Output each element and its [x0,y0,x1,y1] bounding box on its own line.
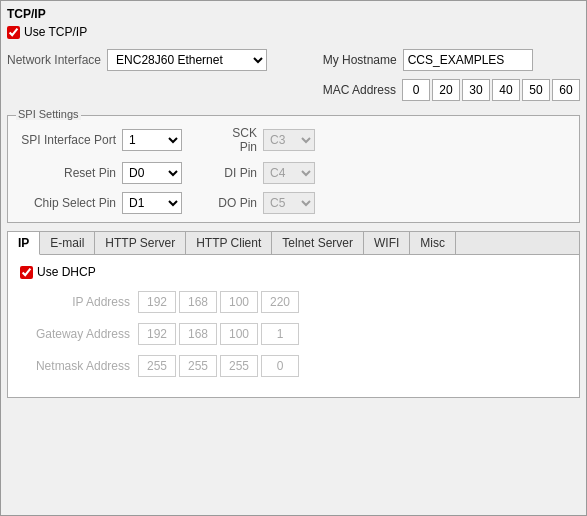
use-dhcp-checkbox[interactable] [20,266,33,279]
network-interface-row: Network Interface ENC28J60 Ethernet [7,49,267,71]
network-interface-select[interactable]: ENC28J60 Ethernet [107,49,267,71]
chip-select-pin-select[interactable]: D0D1D2 [122,192,182,214]
outer-panel: TCP/IP Use TCP/IP Network Interface ENC2… [0,0,587,516]
spi-legend: SPI Settings [16,108,81,120]
do-pin-select[interactable]: C5 [263,192,315,214]
tab-http-server[interactable]: HTTP Server [95,232,186,254]
gateway-cell-0[interactable] [138,323,176,345]
chip-select-pin-row: Chip Select Pin D0D1D2 DO Pin C5 [16,192,315,214]
tabs-panel: IP E-mail HTTP Server HTTP Client Telnet… [7,231,580,398]
netmask-cell-3[interactable] [261,355,299,377]
gateway-cell-1[interactable] [179,323,217,345]
netmask-address-label: Netmask Address [20,359,130,373]
tabs-bar: IP E-mail HTTP Server HTTP Client Telnet… [8,232,579,255]
mac-cell-4[interactable] [522,79,550,101]
ip-cell-3[interactable] [261,291,299,313]
gateway-address-label: Gateway Address [20,327,130,341]
use-dhcp-label: Use DHCP [37,265,96,279]
spi-settings-group: SPI Settings SPI Interface Port 12 SCK P… [7,115,580,223]
hostname-input[interactable] [403,49,533,71]
ip-address-label: IP Address [20,295,130,309]
mac-cell-3[interactable] [492,79,520,101]
hostname-mac-group: My Hostname MAC Address [323,49,580,109]
di-pin-select[interactable]: C4 [263,162,315,184]
reset-pin-row: Reset Pin D0D1D2 DI Pin C4 [16,162,315,184]
tab-http-client[interactable]: HTTP Client [186,232,272,254]
ip-cell-2[interactable] [220,291,258,313]
ip-cell-1[interactable] [179,291,217,313]
reset-pin-label: Reset Pin [16,166,116,180]
use-dhcp-row: Use DHCP [20,265,567,279]
network-interface-label: Network Interface [7,53,101,67]
spi-interface-port-label: SPI Interface Port [16,133,116,147]
tab-content-ip: Use DHCP IP Address Gateway Address Netm… [8,255,579,397]
hostname-label: My Hostname [323,53,397,67]
do-pin-label: DO Pin [212,196,257,210]
mac-cell-0[interactable] [402,79,430,101]
ip-address-row: IP Address [20,291,567,313]
tab-email[interactable]: E-mail [40,232,95,254]
ip-cell-0[interactable] [138,291,176,313]
di-pin-label: DI Pin [212,166,257,180]
netmask-cell-2[interactable] [220,355,258,377]
spi-interface-port-select[interactable]: 12 [122,129,182,151]
gateway-address-row: Gateway Address [20,323,567,345]
chip-select-pin-label: Chip Select Pin [16,196,116,210]
netmask-cell-1[interactable] [179,355,217,377]
use-tcpip-row: Use TCP/IP [7,25,580,39]
mac-row: MAC Address [323,79,580,101]
reset-pin-select[interactable]: D0D1D2 [122,162,182,184]
mac-cell-5[interactable] [552,79,580,101]
tab-telnet-server[interactable]: Telnet Server [272,232,364,254]
use-tcpip-checkbox[interactable] [7,26,20,39]
sck-pin-label: SCK Pin [212,126,257,154]
mac-cell-1[interactable] [432,79,460,101]
gateway-cell-2[interactable] [220,323,258,345]
spi-interface-port-row: SPI Interface Port 12 SCK Pin C3 [16,126,315,154]
mac-address-label: MAC Address [323,83,396,97]
gateway-cell-3[interactable] [261,323,299,345]
mac-cell-2[interactable] [462,79,490,101]
tab-misc[interactable]: Misc [410,232,456,254]
tab-wifi[interactable]: WIFI [364,232,410,254]
section-title: TCP/IP [7,7,580,21]
sck-pin-select[interactable]: C3 [263,129,315,151]
tab-ip[interactable]: IP [8,232,40,255]
netmask-address-row: Netmask Address [20,355,567,377]
netmask-cell-0[interactable] [138,355,176,377]
use-tcpip-label: Use TCP/IP [24,25,87,39]
